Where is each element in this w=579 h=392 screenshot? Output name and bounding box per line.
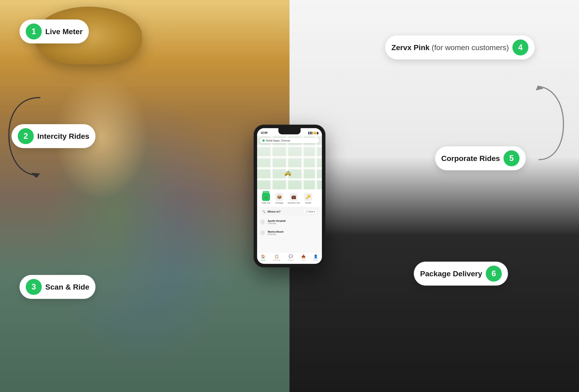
where-to-left: 🔍 Where to? bbox=[262, 210, 281, 213]
nav-inbox[interactable]: 📥 Inbox bbox=[301, 254, 306, 261]
where-to-text: Where to? bbox=[268, 210, 281, 213]
photo-bg bbox=[0, 0, 290, 392]
badge-scan-ride: 3 Scan & Ride bbox=[19, 275, 95, 299]
bookings-icon: 📋 bbox=[274, 254, 279, 259]
tab-business-icon: 💼 bbox=[290, 193, 298, 201]
location-text: Mullai Nagar, Chennai bbox=[266, 139, 290, 142]
place-apollo[interactable]: 🕐 Apollo Hospital Chennai › bbox=[259, 217, 320, 227]
map-area: Mullai Nagar, Chennai 🚕 bbox=[257, 136, 322, 189]
place-apollo-icon: 🕐 bbox=[259, 219, 266, 225]
badge-4-label: Zervx Pink (for women customers) bbox=[391, 43, 509, 52]
tab-business[interactable]: 💼 Business Trip bbox=[286, 192, 301, 205]
badge-1-number: 1 bbox=[26, 23, 42, 40]
nav-support-label: Support bbox=[288, 259, 294, 261]
nav-home-label: Home bbox=[261, 259, 266, 261]
road-v1 bbox=[270, 136, 273, 189]
signal-icon: ▐▐▐ bbox=[307, 132, 312, 134]
place-apollo-info: Apollo Hospital Chennai bbox=[268, 220, 317, 224]
tab-rental-label: Rental bbox=[305, 202, 311, 204]
tab-package[interactable]: 📦 Package bbox=[273, 192, 286, 205]
tab-package-label: Package bbox=[275, 202, 283, 204]
nav-home[interactable]: 🏠 Home bbox=[261, 254, 266, 261]
tab-daily-trip[interactable]: Promo 🚗 Daily Trip bbox=[259, 192, 273, 205]
where-to-bar[interactable]: 🔍 Where to? 🕐 Now ▾ bbox=[259, 208, 320, 216]
inbox-icon: 📥 bbox=[301, 254, 306, 259]
phone-screen: 12:00 ▐▐▐ 🛜 ▓ bbox=[257, 128, 322, 264]
search-icon: 🔍 bbox=[262, 210, 266, 213]
badge-intercity: 2 Intercity Rides bbox=[11, 124, 95, 148]
road-h4 bbox=[257, 178, 322, 180]
tab-rental[interactable]: 🔑 Rental bbox=[301, 192, 315, 205]
phone-body: 12:00 ▐▐▐ 🛜 ▓ bbox=[254, 125, 325, 267]
place-marina-icon: 🕐 bbox=[259, 230, 266, 236]
tab-daily-label: Daily Trip bbox=[262, 202, 270, 204]
map-location-bar: Mullai Nagar, Chennai bbox=[260, 138, 319, 143]
bottom-nav: 🏠 Home 📋 Bookings 💬 Support 📥 Inbox 👤 bbox=[257, 252, 322, 264]
badge-6-label: Package Delivery bbox=[420, 269, 482, 278]
place-marina-name: Marina Beach bbox=[268, 230, 317, 233]
road-h2 bbox=[257, 156, 322, 158]
status-icons: ▐▐▐ 🛜 ▓ bbox=[307, 132, 318, 134]
phone-mockup: 12:00 ▐▐▐ 🛜 ▓ bbox=[254, 125, 325, 267]
arrow-right-decor bbox=[532, 84, 568, 164]
status-time: 12:00 bbox=[261, 131, 268, 134]
badge-2-label: Intercity Rides bbox=[37, 132, 89, 141]
tab-package-icon: 📦 bbox=[275, 193, 283, 201]
nav-support[interactable]: 💬 Support bbox=[288, 254, 294, 261]
road-h1 bbox=[257, 145, 322, 147]
place-marina-info: Marina Beach Chennai bbox=[268, 230, 317, 235]
badge-3-number: 3 bbox=[26, 279, 42, 295]
place-apollo-arrow: › bbox=[319, 220, 320, 224]
place-apollo-city: Chennai bbox=[268, 222, 317, 224]
badge-5-label: Corporate Rides bbox=[441, 154, 500, 163]
place-marina[interactable]: 🕐 Marina Beach Chennai › bbox=[259, 227, 320, 238]
badge-corporate: 5 Corporate Rides bbox=[435, 146, 526, 170]
place-marina-city: Chennai bbox=[268, 233, 317, 235]
badge-2-number: 2 bbox=[18, 128, 34, 144]
nav-bookings-label: Bookings bbox=[273, 259, 280, 261]
place-marina-arrow: › bbox=[319, 231, 320, 234]
badge-4-number: 4 bbox=[512, 40, 528, 56]
badge-1-label: Live Meter bbox=[45, 27, 82, 36]
tab-daily-icon: Promo 🚗 bbox=[262, 193, 270, 201]
badge-package: 6 Package Delivery bbox=[414, 262, 508, 285]
road-v4 bbox=[315, 136, 317, 189]
now-button[interactable]: 🕐 Now ▾ bbox=[303, 210, 317, 214]
taxi-icon: 🚕 bbox=[284, 169, 291, 176]
promo-tag: Promo bbox=[263, 191, 269, 193]
place-apollo-name: Apollo Hospital bbox=[268, 220, 317, 222]
recent-places: 🕐 Apollo Hospital Chennai › 🕐 Marina Bea… bbox=[257, 217, 322, 238]
badge-3-label: Scan & Ride bbox=[45, 283, 89, 291]
home-icon: 🏠 bbox=[261, 254, 265, 259]
profile-icon: 👤 bbox=[313, 254, 318, 259]
road-v3 bbox=[301, 136, 304, 189]
clock-icon: 🕐 bbox=[305, 210, 308, 213]
badge-live-meter: 1 Live Meter bbox=[19, 19, 89, 44]
battery-icon: ▓ bbox=[317, 132, 318, 134]
tab-rental-icon: 🔑 bbox=[304, 193, 312, 201]
nav-bookings[interactable]: 📋 Bookings bbox=[273, 254, 280, 261]
service-tabs: Promo 🚗 Daily Trip 📦 Package 💼 Business … bbox=[257, 189, 322, 207]
support-icon: 💬 bbox=[289, 254, 293, 259]
now-text: Now bbox=[309, 210, 313, 213]
phone-notch bbox=[278, 128, 301, 134]
wifi-icon: 🛜 bbox=[313, 132, 316, 134]
badge-5-number: 5 bbox=[504, 150, 519, 166]
nav-profile[interactable]: 👤 Profile bbox=[313, 254, 318, 261]
nav-profile-label: Profile bbox=[313, 259, 318, 261]
tab-business-label: Business Trip bbox=[288, 202, 300, 204]
badge-6-number: 6 bbox=[486, 266, 502, 281]
road-v2 bbox=[286, 136, 288, 189]
badge-zervx-pink: 4 Zervx Pink (for women customers) bbox=[385, 36, 535, 59]
map-grid bbox=[257, 136, 322, 189]
location-dot bbox=[262, 139, 265, 142]
nav-inbox-label: Inbox bbox=[301, 259, 306, 261]
